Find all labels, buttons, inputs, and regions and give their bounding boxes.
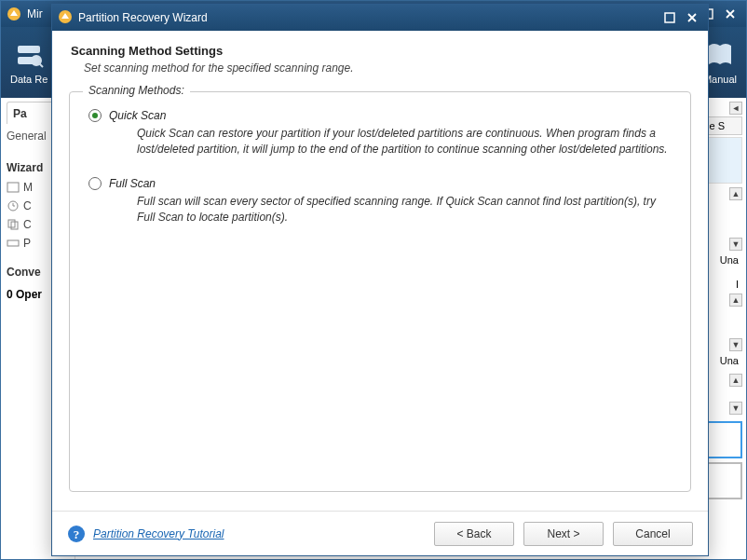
scroll-up-button-2[interactable]: ▲ <box>729 294 742 307</box>
partition-recovery-wizard-dialog: Partition Recovery Wizard Scanning Metho… <box>51 4 709 556</box>
radio-label-full-scan[interactable]: Full Scan <box>109 177 156 190</box>
partition-icon <box>7 237 20 250</box>
back-button[interactable]: < Back <box>434 522 514 546</box>
svg-rect-3 <box>18 46 40 53</box>
svg-line-6 <box>39 63 43 67</box>
full-scan-description: Full scan will scan every sector of spec… <box>137 194 672 226</box>
scroll-down-button[interactable]: ▼ <box>729 238 742 251</box>
radio-row-full-scan: Full Scan <box>88 177 672 190</box>
wizard-titlebar: Partition Recovery Wizard <box>52 5 708 31</box>
wizard-footer: ? Partition Recovery Tutorial < Back Nex… <box>52 511 708 555</box>
wizard-item-icon <box>7 181 20 194</box>
svg-rect-7 <box>7 183 19 192</box>
toolbar-data-recovery[interactable]: Data Re <box>10 40 48 85</box>
sidebar-item-label: C <box>23 218 32 231</box>
row-text-0: Una <box>720 254 739 266</box>
wizard-heading: Scanning Method Settings <box>71 44 689 58</box>
copy-icon <box>7 218 20 231</box>
scroll-left-button[interactable]: ◄ <box>729 102 742 115</box>
cancel-button[interactable]: Cancel <box>613 522 693 546</box>
wizard-title: Partition Recovery Wizard <box>78 11 658 24</box>
radio-label-quick-scan[interactable]: Quick Scan <box>109 109 166 122</box>
toolbar-left-label: Data Re <box>10 74 48 85</box>
sidebar-item-label: M <box>23 181 33 194</box>
radio-full-scan[interactable] <box>88 177 102 190</box>
manual-icon <box>705 40 735 70</box>
side-tab-label: Pa <box>13 107 27 120</box>
general-label: General <box>7 130 47 143</box>
wizard-body: Scanning Methods: Quick Scan Quick Scan … <box>52 84 708 511</box>
row-text-2: Una <box>720 355 739 366</box>
wizard-header-area: Scanning Method Settings Set scanning me… <box>52 31 708 84</box>
wizard-app-icon <box>58 9 73 27</box>
svg-rect-11 <box>7 240 19 246</box>
scroll-up-button[interactable]: ▲ <box>729 187 742 200</box>
next-button[interactable]: Next > <box>523 522 604 546</box>
back-button-label: < Back <box>456 527 491 540</box>
row-text-1: I <box>736 279 739 290</box>
cancel-button-label: Cancel <box>635 527 670 540</box>
scroll-down-button-2[interactable]: ▼ <box>729 338 742 351</box>
wizard-subheading: Set scanning method for the specified sc… <box>84 61 689 75</box>
svg-text:?: ? <box>74 527 80 541</box>
scroll-down-button-3[interactable]: ▼ <box>729 402 742 415</box>
radio-row-quick-scan: Quick Scan <box>88 109 672 122</box>
wizard-close-button[interactable] <box>682 9 702 26</box>
fieldset-legend: Scanning Methods: <box>83 84 190 97</box>
data-recovery-icon <box>14 40 44 70</box>
next-button-label: Next > <box>547 527 579 540</box>
help-link[interactable]: Partition Recovery Tutorial <box>93 527 224 540</box>
app-icon <box>7 7 21 21</box>
clock-icon <box>7 199 20 212</box>
sidebar-item-label: C <box>23 199 32 212</box>
scanning-methods-fieldset: Scanning Methods: Quick Scan Quick Scan … <box>69 91 691 492</box>
wizard-maximize-button[interactable] <box>659 9 680 26</box>
help-area: ? Partition Recovery Tutorial <box>67 525 425 543</box>
scroll-up-button-3[interactable]: ▲ <box>729 374 742 387</box>
radio-quick-scan[interactable] <box>88 109 102 122</box>
help-icon: ? <box>67 525 86 543</box>
main-close-button[interactable] <box>720 6 740 22</box>
sidebar-item-label: P <box>23 237 31 250</box>
svg-rect-13 <box>665 13 674 22</box>
quick-scan-description: Quick Scan can restore your partition if… <box>137 126 672 158</box>
svg-rect-4 <box>18 57 40 64</box>
